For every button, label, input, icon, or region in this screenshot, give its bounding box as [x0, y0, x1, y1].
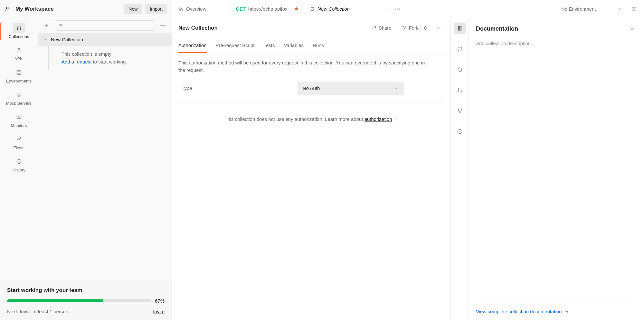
- collection-more-button[interactable]: [434, 23, 444, 33]
- svg-point-14: [164, 25, 165, 26]
- collection-title[interactable]: New Collection: [178, 25, 364, 31]
- environment-selector[interactable]: No Environment: [554, 0, 644, 18]
- svg-rect-6: [17, 93, 21, 95]
- nav-mock-servers[interactable]: Mock Servers: [0, 87, 38, 109]
- auth-type-value: No Auth: [303, 85, 320, 92]
- dots-icon: [437, 27, 442, 29]
- tab-prerequest[interactable]: Pre-request Script: [216, 38, 255, 53]
- dots-icon: [395, 8, 400, 10]
- svg-point-31: [461, 91, 462, 92]
- tab-variables[interactable]: Variables: [284, 38, 303, 53]
- overview-icon: [178, 6, 184, 12]
- chevron-down-icon: [618, 7, 622, 11]
- collection-subtabs: Authorization Pre-request Script Tests V…: [172, 38, 450, 53]
- tab-request[interactable]: GET https://echo.apifox.: [230, 0, 304, 18]
- collection-empty: This collection is empty Add a request t…: [48, 46, 172, 70]
- info-icon: [457, 129, 463, 134]
- nav-environments[interactable]: Environments: [0, 64, 38, 87]
- invite-link[interactable]: Invite: [153, 309, 165, 314]
- new-collection-button[interactable]: [42, 21, 52, 30]
- svg-point-22: [405, 26, 406, 27]
- rail-comments[interactable]: [454, 43, 466, 55]
- svg-point-15: [179, 7, 181, 10]
- nav-apis[interactable]: APIs: [0, 42, 38, 64]
- tab-options-button[interactable]: [393, 4, 402, 14]
- filter-icon: [58, 23, 63, 28]
- svg-point-8: [17, 139, 18, 140]
- nav-label: Environments: [6, 79, 32, 83]
- fork-button[interactable]: Fork 0: [399, 23, 429, 33]
- rail-documentation[interactable]: [454, 23, 466, 34]
- env-label: No Environment: [561, 6, 614, 12]
- doc-description-input[interactable]: Add collection description...: [476, 41, 637, 46]
- nav-label: Monitors: [11, 123, 27, 128]
- nav-label: APIs: [14, 56, 23, 61]
- nav-collections[interactable]: Collections: [0, 20, 38, 42]
- auth-type-select[interactable]: No Auth: [298, 82, 404, 95]
- svg-point-19: [399, 8, 400, 9]
- document-icon: [457, 25, 463, 31]
- new-button[interactable]: New: [124, 4, 142, 14]
- svg-point-2: [20, 51, 21, 52]
- import-button[interactable]: Import: [145, 4, 167, 14]
- svg-point-29: [458, 88, 459, 89]
- progress-bar: [7, 299, 151, 302]
- rail-forks[interactable]: [454, 105, 466, 117]
- apis-icon: [16, 47, 22, 53]
- fork-label: Fork: [409, 25, 419, 31]
- svg-point-33: [461, 109, 462, 110]
- more-options-button[interactable]: [158, 21, 168, 30]
- nav-label: History: [12, 168, 25, 172]
- svg-point-12: [160, 25, 161, 26]
- svg-point-0: [6, 7, 8, 9]
- dots-icon: [160, 25, 166, 26]
- nav-label: Mock Servers: [6, 101, 32, 106]
- svg-point-34: [459, 112, 460, 113]
- plus-icon: [384, 6, 389, 12]
- tabs-bar: Overview GET https://echo.apifox. New Co…: [172, 0, 644, 18]
- tab-runs[interactable]: Runs: [313, 38, 324, 53]
- filter-input[interactable]: [55, 20, 155, 31]
- fork-count: 0: [421, 25, 427, 31]
- tab-authorization[interactable]: Authorization: [178, 38, 207, 53]
- svg-point-25: [439, 27, 440, 28]
- method-badge: GET: [236, 6, 246, 12]
- nav-history[interactable]: History: [0, 153, 38, 176]
- close-doc-button[interactable]: [627, 24, 637, 34]
- authorization-help-link[interactable]: authorization: [365, 116, 392, 122]
- svg-point-9: [20, 137, 21, 138]
- team-next: Next: Invite at least 1 person.: [7, 309, 70, 314]
- environments-icon: [16, 69, 22, 76]
- svg-point-26: [440, 27, 441, 28]
- env-quicklook-icon[interactable]: [631, 6, 637, 12]
- team-title: Start working with your team: [7, 287, 165, 294]
- share-icon: [372, 25, 377, 31]
- view-full-doc-link[interactable]: View complete collection documentation: [476, 309, 637, 314]
- nav-label: Flows: [14, 145, 24, 150]
- new-tab-button[interactable]: [381, 4, 391, 14]
- svg-point-13: [162, 25, 163, 26]
- mock-icon: [16, 92, 22, 98]
- progress-percent: 67%: [155, 298, 165, 304]
- team-onboarding: Start working with your team 67% Next: I…: [0, 281, 172, 320]
- nav-flows[interactable]: Flows: [0, 131, 38, 153]
- fork-icon: [457, 108, 463, 114]
- share-button[interactable]: Share: [369, 23, 394, 33]
- tab-collection-active[interactable]: New Collection: [304, 0, 378, 18]
- rail-pull-requests[interactable]: [454, 84, 466, 96]
- svg-point-1: [17, 51, 18, 52]
- rail-info[interactable]: [454, 126, 466, 137]
- collection-row[interactable]: New Collection: [38, 33, 172, 46]
- workspace-title[interactable]: My Workspace: [15, 6, 121, 12]
- tab-label: New Collection: [317, 6, 350, 12]
- nav-monitors[interactable]: Monitors: [0, 109, 38, 131]
- empty-message: This collection is empty: [62, 50, 167, 58]
- tab-tests[interactable]: Tests: [263, 38, 275, 53]
- comment-icon: [457, 46, 463, 52]
- doc-title: Documentation: [476, 25, 518, 32]
- add-request-link[interactable]: Add a request: [62, 59, 91, 64]
- tab-overview[interactable]: Overview: [172, 0, 230, 18]
- rail-changelog[interactable]: [454, 64, 466, 75]
- arrow-right-icon: [564, 309, 569, 314]
- person-icon: [5, 6, 10, 12]
